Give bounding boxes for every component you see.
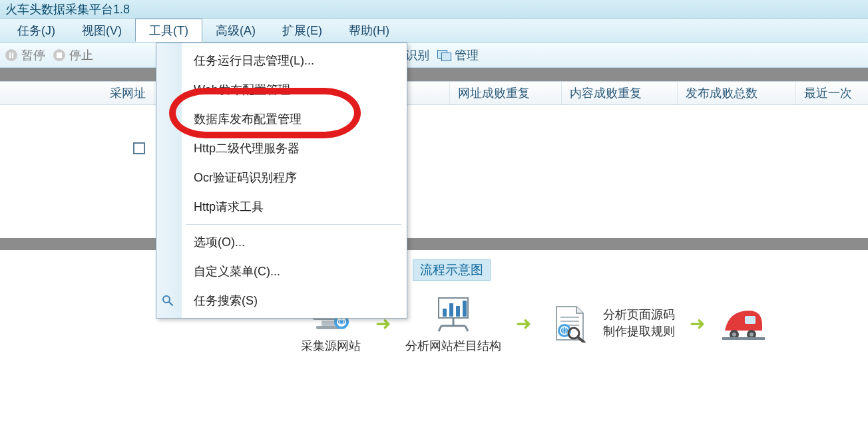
menu-task[interactable]: 任务(J) (4, 19, 69, 42)
pause-label: 暂停 (21, 47, 45, 63)
search-icon (162, 295, 174, 307)
flow-step-3: 分析页面源码 制作提取规则 (546, 303, 675, 344)
grey-strip-top (0, 68, 868, 81)
chart-icon (429, 293, 477, 334)
train-icon (720, 303, 767, 344)
screens-label: 管理 (455, 47, 479, 63)
screens-button[interactable]: 管理 (437, 47, 479, 63)
toolbar: 暂停 停止 理 Or 识别 管理 (0, 43, 868, 68)
pause-button[interactable]: 暂停 (5, 47, 45, 63)
menu-view[interactable]: 视图(V) (69, 19, 135, 42)
document-search-icon (546, 303, 594, 344)
col-header-1[interactable]: 采网址 (0, 82, 154, 104)
col-header-5[interactable]: 最近一次 (796, 82, 868, 104)
svg-line-27 (169, 302, 172, 305)
col-header-2[interactable]: 网址成败重复 (450, 82, 562, 104)
dd-http-proxy[interactable]: Http二级代理服务器 (156, 134, 407, 163)
svg-rect-9 (463, 301, 467, 317)
svg-rect-6 (443, 309, 447, 317)
menu-extensions[interactable]: 扩展(E) (269, 19, 335, 42)
menu-bar: 任务(J) 视图(V) 工具(T) 高级(A) 扩展(E) 帮助(H) (0, 19, 868, 43)
menu-help[interactable]: 帮助(H) (335, 19, 403, 42)
flow-title: 流程示意图 (413, 259, 491, 281)
grey-strip-mid (0, 238, 868, 250)
col-header-3[interactable]: 内容成败重复 (562, 82, 678, 104)
tools-dropdown: 任务运行日志管理(L)... Web发布配置管理 数据库发布配置管理 Http二… (156, 43, 407, 319)
dd-web-publish[interactable]: Web发布配置管理 (156, 75, 407, 104)
svg-line-13 (465, 326, 468, 331)
dd-task-search[interactable]: 任务搜索(S) (156, 286, 407, 315)
svg-point-22 (732, 333, 736, 337)
dropdown-separator (186, 224, 401, 225)
flow-label-2: 分析网站栏目结构 (405, 338, 501, 354)
dd-options[interactable]: 选项(O)... (156, 227, 407, 257)
svg-rect-20 (745, 316, 756, 324)
flow-label-1: 采集源网站 (301, 338, 361, 354)
stop-icon (53, 49, 65, 61)
pause-icon (5, 49, 17, 61)
col-header-4[interactable]: 发布成败总数 (678, 82, 796, 104)
title-bar: 火车头数据采集平台1.8 (0, 0, 868, 19)
flow-step-4 (720, 303, 767, 344)
stop-button[interactable]: 停止 (53, 47, 93, 63)
svg-line-12 (439, 326, 441, 331)
table-headers: 采网址 网址成败重复 内容成败重复 发布成败总数 最近一次 (0, 81, 868, 105)
app-title: 火车头数据采集平台1.8 (5, 1, 130, 17)
menu-advanced[interactable]: 高级(A) (202, 19, 269, 42)
svg-rect-25 (722, 337, 765, 340)
stop-label: 停止 (69, 47, 93, 63)
dd-custom-menu[interactable]: 自定义菜单(C)... (156, 257, 407, 286)
dd-ocr-captcha[interactable]: Ocr验证码识别程序 (156, 163, 407, 192)
arrow-icon: ➜ (516, 313, 531, 335)
arrow-icon: ➜ (690, 313, 705, 335)
screens-icon (437, 50, 451, 61)
dd-http-tool[interactable]: Http请求工具 (156, 192, 407, 221)
grid-area (0, 105, 868, 238)
svg-rect-7 (449, 303, 453, 317)
svg-rect-8 (456, 306, 460, 317)
flow-step-2: 分析网站栏目结构 (405, 293, 501, 354)
flow-panel: 流程示意图 采集源网站 ➜ (0, 250, 868, 360)
ocr-label: 识别 (405, 47, 429, 63)
dd-task-log[interactable]: 任务运行日志管理(L)... (156, 46, 407, 75)
row-checkbox[interactable] (133, 142, 145, 154)
dd-db-publish[interactable]: 数据库发布配置管理 (156, 104, 407, 134)
flow-label-3: 分析页面源码 制作提取规则 (603, 307, 675, 340)
menu-tools[interactable]: 工具(T) (135, 19, 202, 42)
svg-point-24 (750, 333, 754, 337)
svg-rect-2 (322, 321, 335, 326)
